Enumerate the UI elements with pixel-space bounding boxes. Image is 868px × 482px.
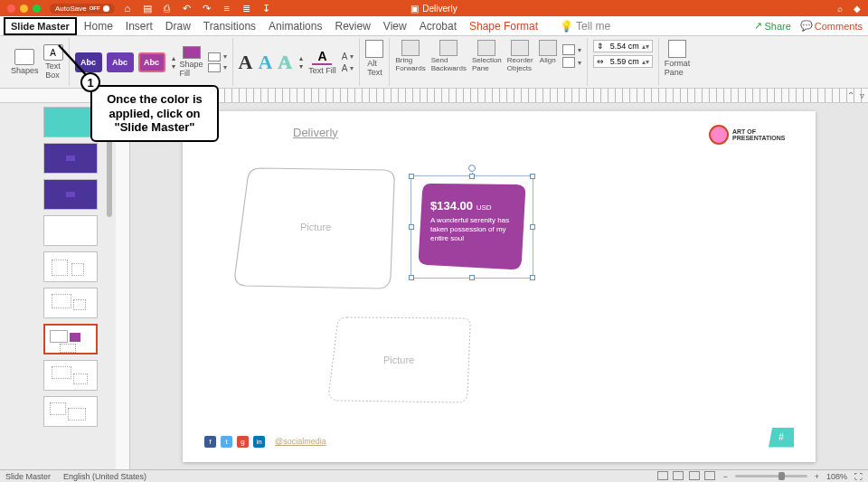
gallery-more-icon[interactable]: ▴▾ bbox=[299, 54, 303, 71]
minimize-window[interactable] bbox=[20, 5, 28, 13]
gallery-more-icon[interactable]: ▴▾ bbox=[172, 54, 175, 71]
resize-handle[interactable] bbox=[530, 224, 535, 230]
price-text[interactable]: $134.00 USD A wonderful serenity has tak… bbox=[430, 199, 510, 244]
slideshow-view-icon[interactable] bbox=[704, 471, 715, 480]
send-backward-button[interactable]: Send Backwards bbox=[431, 40, 467, 72]
zoom-level[interactable]: 108% bbox=[826, 472, 847, 481]
slide-thumbnail[interactable] bbox=[43, 143, 98, 174]
comments-button[interactable]: 💬Comments bbox=[800, 20, 863, 32]
picture-placeholder-shape[interactable]: Picture bbox=[233, 164, 396, 290]
text-style-option[interactable]: A bbox=[258, 51, 272, 74]
twitter-icon[interactable]: t bbox=[221, 436, 232, 448]
qat-icon[interactable]: ≣ bbox=[241, 3, 252, 14]
slide-master-button[interactable]: Slide Master bbox=[4, 17, 77, 35]
selected-shape[interactable]: $134.00 USD A wonderful serenity has tak… bbox=[418, 181, 526, 271]
shape-style-option[interactable]: Abc bbox=[107, 52, 134, 72]
shape-outline-button[interactable]: ▾ bbox=[208, 52, 227, 61]
print-icon[interactable]: ⎙ bbox=[162, 3, 173, 14]
account-icon[interactable]: ◆ bbox=[854, 4, 861, 14]
alt-text-button[interactable]: Alt Text bbox=[365, 40, 383, 77]
tab-acrobat[interactable]: Acrobat bbox=[420, 20, 457, 33]
undo-icon[interactable]: ↶ bbox=[182, 3, 193, 14]
autosave-label: AutoSave bbox=[55, 5, 87, 13]
tab-animations[interactable]: Animations bbox=[269, 20, 322, 33]
tab-review[interactable]: Review bbox=[335, 20, 370, 33]
tab-view[interactable]: View bbox=[383, 20, 407, 33]
bring-forward-button[interactable]: Bring Forwards bbox=[395, 40, 425, 72]
shape-fill-button[interactable]: Shape Fill bbox=[180, 46, 203, 78]
fit-to-window-icon[interactable]: ⛶ bbox=[854, 472, 863, 481]
status-bar: Slide Master English (United States) − +… bbox=[0, 469, 868, 482]
text-outline-button[interactable]: A▾ bbox=[342, 52, 354, 61]
shapes-gallery-button[interactable]: Shapes bbox=[11, 49, 39, 75]
tab-insert[interactable]: Insert bbox=[126, 20, 153, 33]
rotate-handle[interactable] bbox=[468, 165, 476, 172]
slide-thumbnails-panel[interactable] bbox=[0, 103, 116, 469]
zoom-slider[interactable] bbox=[735, 475, 807, 477]
align-button[interactable]: Align bbox=[539, 40, 557, 72]
group-button[interactable]: ▾ bbox=[562, 44, 581, 55]
resize-handle[interactable] bbox=[530, 275, 535, 280]
normal-view-icon[interactable] bbox=[657, 471, 668, 480]
home-icon[interactable]: ⌂ bbox=[122, 3, 133, 14]
resize-handle[interactable] bbox=[530, 174, 535, 179]
close-window[interactable] bbox=[7, 5, 15, 13]
resize-handle[interactable] bbox=[409, 275, 414, 280]
picture-placeholder-shape[interactable]: Picture bbox=[327, 315, 472, 405]
tab-home[interactable]: Home bbox=[84, 20, 113, 33]
slide-number-badge: # bbox=[769, 428, 794, 448]
resize-handle[interactable] bbox=[409, 224, 414, 230]
slide-canvas-area[interactable]: Deliverly ART OF PRESENTATIONS Picture bbox=[130, 103, 868, 469]
social-handle[interactable]: @socialmedia bbox=[275, 437, 326, 446]
shape-style-selected[interactable]: Abc bbox=[138, 52, 165, 72]
resize-handle[interactable] bbox=[469, 275, 475, 280]
search-icon[interactable]: ⌕ bbox=[837, 4, 843, 14]
linkedin-icon[interactable]: in bbox=[253, 436, 265, 448]
qat-icon[interactable]: ≡ bbox=[222, 3, 232, 14]
autosave-toggle[interactable]: AutoSave OFF bbox=[50, 4, 115, 14]
resize-handle[interactable] bbox=[409, 174, 414, 179]
shape-effects-button[interactable]: ▾ bbox=[208, 63, 227, 72]
googleplus-icon[interactable]: g bbox=[237, 436, 249, 448]
slide-thumbnail[interactable] bbox=[43, 251, 98, 282]
redo-icon[interactable]: ↷ bbox=[202, 3, 212, 14]
slide-canvas[interactable]: Deliverly ART OF PRESENTATIONS Picture bbox=[183, 111, 816, 462]
text-fill-button[interactable]: A Text Fill bbox=[308, 49, 336, 75]
slide-thumbnail[interactable] bbox=[43, 107, 98, 137]
slide-thumbnail[interactable] bbox=[43, 288, 98, 318]
save-icon[interactable]: ▤ bbox=[142, 3, 153, 14]
bring-forward-icon bbox=[401, 40, 420, 56]
format-pane-button[interactable]: Format Pane bbox=[665, 40, 691, 77]
status-language[interactable]: English (United States) bbox=[63, 472, 146, 481]
slide-thumbnail[interactable] bbox=[43, 179, 98, 210]
text-style-option[interactable]: A bbox=[278, 51, 292, 74]
slide-thumbnail[interactable] bbox=[43, 360, 98, 391]
collapse-ribbon-icon[interactable]: ⌃ bbox=[847, 90, 854, 100]
slide-thumbnail[interactable] bbox=[43, 215, 98, 246]
slide-thumbnail[interactable] bbox=[43, 396, 98, 427]
tellme-search[interactable]: 💡Tell me bbox=[560, 20, 610, 33]
share-button[interactable]: ↗Share bbox=[754, 20, 790, 32]
zoom-out-icon[interactable]: − bbox=[722, 472, 727, 481]
text-effects-button[interactable]: A▾ bbox=[342, 63, 354, 73]
rotate-button[interactable]: ▾ bbox=[562, 57, 581, 68]
height-input[interactable]: ⇕5.54 cm▴▾ bbox=[593, 40, 653, 52]
qat-icon[interactable]: ↧ bbox=[261, 3, 272, 14]
tab-transitions[interactable]: Transitions bbox=[203, 20, 256, 33]
slide-title-placeholder[interactable]: Deliverly bbox=[293, 126, 338, 139]
reorder-button[interactable]: Reorder Objects bbox=[507, 40, 533, 72]
notes-icon[interactable]: ▿ bbox=[860, 90, 864, 100]
tab-draw[interactable]: Draw bbox=[165, 20, 191, 33]
selection-pane-button[interactable]: Selection Pane bbox=[472, 40, 502, 72]
slide-thumbnail-selected[interactable] bbox=[43, 324, 98, 354]
width-input[interactable]: ⇔5.59 cm▴▾ bbox=[593, 55, 653, 68]
tab-shape-format[interactable]: Shape Format bbox=[469, 20, 538, 33]
text-style-option[interactable]: A bbox=[239, 51, 253, 74]
sorter-view-icon[interactable] bbox=[673, 471, 684, 480]
maximize-window[interactable] bbox=[33, 5, 41, 13]
resize-handle[interactable] bbox=[469, 174, 475, 179]
zoom-in-icon[interactable]: + bbox=[815, 472, 819, 481]
facebook-icon[interactable]: f bbox=[204, 436, 216, 448]
window-controls[interactable] bbox=[7, 5, 41, 13]
reading-view-icon[interactable] bbox=[689, 471, 700, 480]
